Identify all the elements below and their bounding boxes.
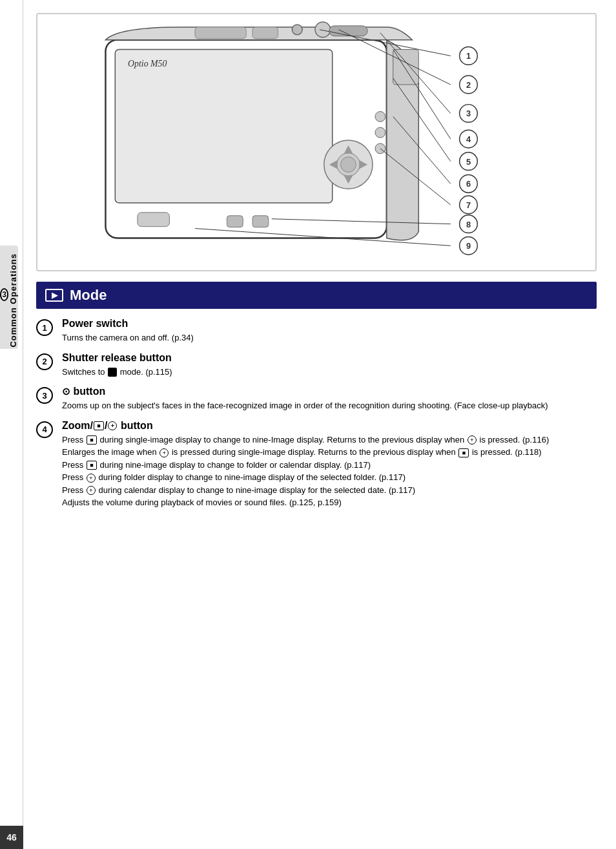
camera-mode-icon-2 [108,368,117,377]
svg-text:4: 4 [466,134,471,144]
wide-icon-3: ■ [87,461,97,470]
item-title-1: Power switch [62,318,597,330]
tele-icon-2: + [159,448,169,457]
item-desc-1: Turns the camera on and off. (p.34) [62,331,597,344]
playback-mode-icon: ▶ [45,289,63,302]
svg-text:Optio M50: Optio M50 [128,59,167,68]
svg-text:3: 3 [466,109,471,118]
svg-point-6 [292,25,302,35]
tele-icon-1: + [467,435,477,445]
wide-icon-1: ■ [87,435,97,445]
svg-text:9: 9 [466,241,471,251]
svg-rect-1 [115,50,332,203]
item-content-4: Zoom/■/+ button Press ■ during single-im… [62,420,597,509]
item-number-2: 2 [36,353,53,370]
sidebar-tab: 3 Common Operations [0,246,18,349]
item-desc-4: Press ■ during single-image display to c… [62,434,597,509]
svg-text:2: 2 [466,80,471,90]
camera-svg: Optio M50 [44,21,589,264]
svg-rect-20 [252,216,269,227]
item-content-2: Shutter release button Switches to mode.… [62,352,597,379]
item-3: 3 ⊙ button Zooms up on the subject's fac… [36,386,597,412]
main-content: Optio M50 [23,0,616,849]
svg-point-16 [375,127,385,138]
mode-title: Mode [70,287,107,304]
item-number-1: 1 [36,319,53,336]
item-content-3: ⊙ button Zooms up on the subject's faces… [62,386,597,412]
sidebar-tab-number: 3 [0,288,8,301]
sidebar: 3 Common Operations 46 [0,0,23,849]
svg-text:7: 7 [466,200,471,210]
tele-icon-3: + [87,474,96,483]
item-desc-3: Zooms up on the subject's faces in the f… [62,399,597,412]
item-number-3: 3 [36,387,53,404]
svg-text:8: 8 [466,220,471,229]
zoom-out-icon: ■ [94,421,104,430]
sidebar-label: Common Operations [8,253,18,348]
item-4: 4 Zoom/■/+ button Press ■ during single-… [36,420,597,509]
svg-text:6: 6 [466,179,471,189]
item-2: 2 Shutter release button Switches to mod… [36,352,597,379]
item-number-4: 4 [36,421,53,438]
item-title-3: ⊙ button [62,386,597,397]
svg-rect-19 [227,216,243,227]
svg-rect-4 [252,27,278,39]
item-content-1: Power switch Turns the camera on and off… [62,318,597,344]
page-number: 46 [0,826,23,849]
item-desc-2: Switches to mode. (p.115) [62,366,597,379]
wide-icon-2: ■ [458,448,469,457]
zoom-in-icon: + [108,421,117,430]
item-title-2: Shutter release button [62,352,597,364]
item-1: 1 Power switch Turns the camera on and o… [36,318,597,344]
svg-point-15 [375,112,385,122]
camera-diagram: Optio M50 [36,13,597,271]
svg-point-14 [341,157,356,173]
item-title-4: Zoom/■/+ button [62,420,597,432]
svg-text:5: 5 [466,157,471,167]
svg-rect-18 [138,213,169,227]
tele-icon-4: + [87,486,96,495]
svg-text:1: 1 [466,51,471,61]
svg-rect-3 [195,27,246,39]
svg-point-5 [315,22,331,37]
mode-header: ▶ Mode [36,282,597,309]
